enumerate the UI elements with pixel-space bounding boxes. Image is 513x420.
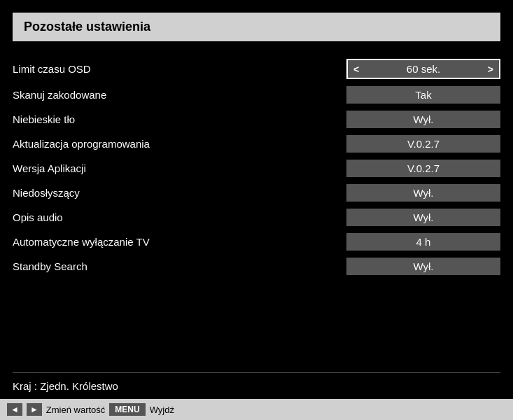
setting-value: Wył. (346, 184, 500, 202)
setting-value[interactable]: <60 sek.> (346, 59, 500, 79)
setting-row: Niebieskie tłoWył. (13, 107, 500, 132)
page-title: Pozostałe ustawienia (13, 13, 500, 41)
exit-label: Wyjdź (150, 405, 174, 415)
setting-row: Limit czasu OSD<60 sek.> (13, 55, 500, 83)
setting-row: Wersja AplikacjiV.0.2.7 (13, 156, 500, 181)
setting-value: Wył. (346, 258, 500, 275)
setting-label: Niebieskie tło (13, 113, 346, 125)
setting-value: Wył. (346, 111, 500, 128)
setting-label: Automatyczne wyłączanie TV (13, 236, 346, 248)
menu-btn[interactable]: MENU (109, 403, 145, 416)
right-arrow-icon[interactable]: > (488, 64, 493, 75)
setting-row: NiedosłyszącyWył. (13, 181, 500, 205)
setting-row: Aktualizacja oprogramowaniaV.0.2.7 (13, 132, 500, 156)
setting-label: Aktualizacja oprogramowania (13, 138, 346, 150)
setting-label: Wersja Aplikacji (13, 162, 346, 174)
value-text: 60 sek. (359, 63, 488, 75)
setting-row: Standby SearchWył. (13, 254, 500, 279)
setting-label: Skanuj zakodowane (13, 89, 346, 101)
settings-table: Limit czasu OSD<60 sek.>Skanuj zakodowan… (13, 55, 500, 358)
setting-value: 4 h (346, 233, 500, 251)
setting-value: Tak (346, 86, 500, 104)
setting-value: V.0.2.7 (346, 135, 500, 153)
setting-row: Automatyczne wyłączanie TV4 h (13, 230, 500, 254)
setting-value: V.0.2.7 (346, 160, 500, 177)
left-arrow-btn[interactable]: ◄ (7, 403, 22, 416)
setting-row: Skanuj zakodowaneTak (13, 83, 500, 107)
right-arrow-btn[interactable]: ► (27, 403, 42, 416)
left-arrow-icon[interactable]: < (353, 64, 359, 75)
setting-value: Wył. (346, 209, 500, 226)
screen: Pozostałe ustawienia Limit czasu OSD<60 … (0, 0, 513, 420)
bottom-bar: ◄ ► Zmień wartość MENU Wyjdź (0, 399, 513, 420)
setting-label: Standby Search (13, 260, 346, 272)
setting-label: Opis audio (13, 211, 346, 223)
setting-row: Opis audioWył. (13, 205, 500, 230)
change-value-label: Zmień wartość (46, 405, 106, 415)
footer-country: Kraj : Zjedn. Królestwo (13, 372, 500, 399)
setting-label: Niedosłyszący (13, 187, 346, 199)
setting-label: Limit czasu OSD (13, 63, 346, 75)
